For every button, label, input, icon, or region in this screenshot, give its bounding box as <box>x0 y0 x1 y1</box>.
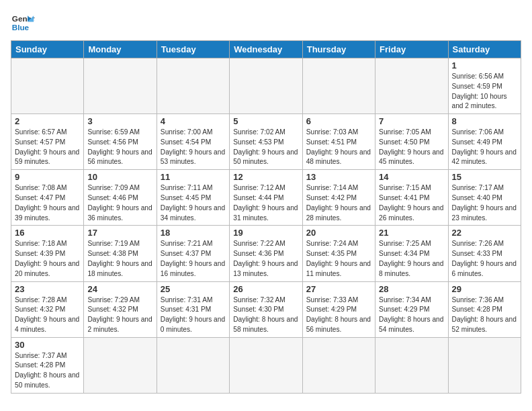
day-info: Sunrise: 7:34 AM Sunset: 4:29 PM Dayligh… <box>379 295 444 335</box>
logo-icon: General Blue <box>11 11 35 35</box>
calendar-cell: 27Sunrise: 7:33 AM Sunset: 4:29 PM Dayli… <box>302 281 375 337</box>
day-info: Sunrise: 7:24 AM Sunset: 4:35 PM Dayligh… <box>306 239 371 279</box>
day-info: Sunrise: 7:06 AM Sunset: 4:49 PM Dayligh… <box>452 128 517 167</box>
calendar-cell: 18Sunrise: 7:21 AM Sunset: 4:37 PM Dayli… <box>157 226 229 281</box>
calendar-week-6: 30Sunrise: 7:37 AM Sunset: 4:28 PM Dayli… <box>11 337 521 393</box>
day-number: 11 <box>161 172 226 182</box>
calendar-cell: 28Sunrise: 7:34 AM Sunset: 4:29 PM Dayli… <box>375 281 448 337</box>
day-number: 28 <box>379 284 444 294</box>
weekday-header-row: SundayMondayTuesdayWednesdayThursdayFrid… <box>11 41 521 58</box>
day-number: 23 <box>15 284 80 294</box>
calendar-cell <box>375 58 448 114</box>
calendar-cell <box>230 337 302 393</box>
day-number: 29 <box>452 284 517 294</box>
calendar-cell <box>448 337 521 393</box>
day-number: 14 <box>379 172 444 182</box>
calendar-cell <box>230 58 302 114</box>
calendar-cell: 25Sunrise: 7:31 AM Sunset: 4:31 PM Dayli… <box>157 281 229 337</box>
day-number: 27 <box>306 284 371 294</box>
calendar-cell <box>375 337 448 393</box>
day-number: 22 <box>452 228 517 238</box>
calendar-cell: 3Sunrise: 6:59 AM Sunset: 4:56 PM Daylig… <box>84 114 157 170</box>
day-info: Sunrise: 6:59 AM Sunset: 4:56 PM Dayligh… <box>87 128 152 167</box>
calendar-cell: 14Sunrise: 7:15 AM Sunset: 4:41 PM Dayli… <box>375 170 448 226</box>
calendar-table: SundayMondayTuesdayWednesdayThursdayFrid… <box>11 40 521 394</box>
calendar-cell: 7Sunrise: 7:05 AM Sunset: 4:50 PM Daylig… <box>375 114 448 170</box>
calendar-cell <box>84 58 157 114</box>
day-number: 1 <box>452 60 517 71</box>
day-info: Sunrise: 7:15 AM Sunset: 4:41 PM Dayligh… <box>379 183 444 223</box>
day-info: Sunrise: 7:33 AM Sunset: 4:29 PM Dayligh… <box>306 295 371 335</box>
calendar-week-5: 23Sunrise: 7:28 AM Sunset: 4:32 PM Dayli… <box>11 281 521 337</box>
svg-text:Blue: Blue <box>12 23 30 32</box>
calendar-cell: 10Sunrise: 7:09 AM Sunset: 4:46 PM Dayli… <box>84 170 157 226</box>
day-number: 15 <box>452 172 517 182</box>
calendar-cell <box>84 337 157 393</box>
calendar-cell <box>157 58 229 114</box>
day-number: 9 <box>15 172 80 182</box>
day-number: 2 <box>15 116 80 126</box>
day-info: Sunrise: 7:22 AM Sunset: 4:36 PM Dayligh… <box>233 239 298 279</box>
day-info: Sunrise: 7:03 AM Sunset: 4:51 PM Dayligh… <box>306 128 371 167</box>
calendar-cell: 6Sunrise: 7:03 AM Sunset: 4:51 PM Daylig… <box>302 114 375 170</box>
day-info: Sunrise: 7:37 AM Sunset: 4:28 PM Dayligh… <box>15 351 80 391</box>
calendar-cell: 12Sunrise: 7:12 AM Sunset: 4:44 PM Dayli… <box>230 170 302 226</box>
day-number: 8 <box>452 116 517 126</box>
day-number: 16 <box>15 228 80 238</box>
day-info: Sunrise: 7:28 AM Sunset: 4:32 PM Dayligh… <box>15 295 80 335</box>
calendar-cell: 16Sunrise: 7:18 AM Sunset: 4:39 PM Dayli… <box>11 226 84 281</box>
day-info: Sunrise: 6:57 AM Sunset: 4:57 PM Dayligh… <box>15 128 80 167</box>
day-number: 19 <box>233 228 298 238</box>
day-number: 25 <box>161 284 226 294</box>
weekday-header-sunday: Sunday <box>11 41 84 58</box>
day-number: 10 <box>87 172 152 182</box>
logo: General Blue <box>11 11 35 35</box>
day-number: 24 <box>87 284 152 294</box>
day-info: Sunrise: 7:21 AM Sunset: 4:37 PM Dayligh… <box>161 239 226 279</box>
day-info: Sunrise: 7:08 AM Sunset: 4:47 PM Dayligh… <box>15 183 80 223</box>
day-info: Sunrise: 7:31 AM Sunset: 4:31 PM Dayligh… <box>161 295 226 335</box>
calendar-week-4: 16Sunrise: 7:18 AM Sunset: 4:39 PM Dayli… <box>11 226 521 281</box>
day-info: Sunrise: 7:32 AM Sunset: 4:30 PM Dayligh… <box>233 295 298 335</box>
calendar-cell: 2Sunrise: 6:57 AM Sunset: 4:57 PM Daylig… <box>11 114 84 170</box>
calendar-cell: 20Sunrise: 7:24 AM Sunset: 4:35 PM Dayli… <box>302 226 375 281</box>
calendar-week-1: 1Sunrise: 6:56 AM Sunset: 4:59 PM Daylig… <box>11 58 521 114</box>
calendar-week-2: 2Sunrise: 6:57 AM Sunset: 4:57 PM Daylig… <box>11 114 521 170</box>
weekday-header-friday: Friday <box>375 41 448 58</box>
weekday-header-saturday: Saturday <box>448 41 521 58</box>
day-number: 17 <box>87 228 152 238</box>
day-info: Sunrise: 7:36 AM Sunset: 4:28 PM Dayligh… <box>452 295 517 335</box>
calendar-cell <box>11 58 84 114</box>
calendar-cell: 22Sunrise: 7:26 AM Sunset: 4:33 PM Dayli… <box>448 226 521 281</box>
day-info: Sunrise: 7:26 AM Sunset: 4:33 PM Dayligh… <box>452 239 517 279</box>
calendar-cell: 29Sunrise: 7:36 AM Sunset: 4:28 PM Dayli… <box>448 281 521 337</box>
day-number: 13 <box>306 172 371 182</box>
weekday-header-thursday: Thursday <box>302 41 375 58</box>
day-info: Sunrise: 7:09 AM Sunset: 4:46 PM Dayligh… <box>87 183 152 223</box>
day-info: Sunrise: 7:19 AM Sunset: 4:38 PM Dayligh… <box>87 239 152 279</box>
day-number: 4 <box>161 116 226 126</box>
day-number: 21 <box>379 228 444 238</box>
calendar-cell: 9Sunrise: 7:08 AM Sunset: 4:47 PM Daylig… <box>11 170 84 226</box>
day-info: Sunrise: 7:12 AM Sunset: 4:44 PM Dayligh… <box>233 183 298 223</box>
calendar-cell: 15Sunrise: 7:17 AM Sunset: 4:40 PM Dayli… <box>448 170 521 226</box>
calendar-cell: 4Sunrise: 7:00 AM Sunset: 4:54 PM Daylig… <box>157 114 229 170</box>
day-number: 3 <box>87 116 152 126</box>
calendar-cell: 24Sunrise: 7:29 AM Sunset: 4:32 PM Dayli… <box>84 281 157 337</box>
calendar-cell <box>157 337 229 393</box>
day-info: Sunrise: 7:02 AM Sunset: 4:53 PM Dayligh… <box>233 128 298 167</box>
day-info: Sunrise: 6:56 AM Sunset: 4:59 PM Dayligh… <box>452 72 517 111</box>
calendar-cell: 8Sunrise: 7:06 AM Sunset: 4:49 PM Daylig… <box>448 114 521 170</box>
calendar-cell: 23Sunrise: 7:28 AM Sunset: 4:32 PM Dayli… <box>11 281 84 337</box>
day-info: Sunrise: 7:11 AM Sunset: 4:45 PM Dayligh… <box>161 183 226 223</box>
weekday-header-tuesday: Tuesday <box>157 41 229 58</box>
calendar-cell: 26Sunrise: 7:32 AM Sunset: 4:30 PM Dayli… <box>230 281 302 337</box>
calendar-week-3: 9Sunrise: 7:08 AM Sunset: 4:47 PM Daylig… <box>11 170 521 226</box>
weekday-header-monday: Monday <box>84 41 157 58</box>
day-number: 6 <box>306 116 371 126</box>
day-number: 26 <box>233 284 298 294</box>
calendar-cell <box>302 337 375 393</box>
calendar-cell: 30Sunrise: 7:37 AM Sunset: 4:28 PM Dayli… <box>11 337 84 393</box>
calendar-cell: 5Sunrise: 7:02 AM Sunset: 4:53 PM Daylig… <box>230 114 302 170</box>
calendar-cell: 19Sunrise: 7:22 AM Sunset: 4:36 PM Dayli… <box>230 226 302 281</box>
